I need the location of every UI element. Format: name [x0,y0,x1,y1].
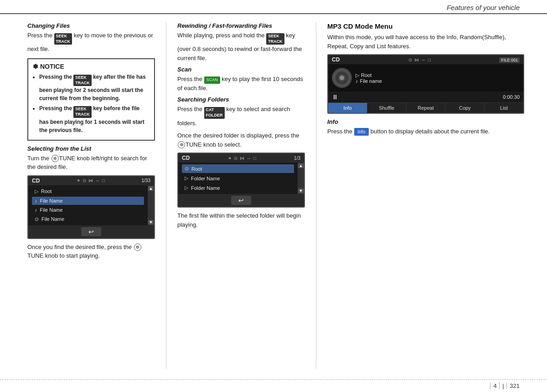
cd-body: ▷ Root ♪ File Name ♪ File Name [28,185,148,225]
cd-screen-folders: CD ✶ ⊙ ⋈ ↔ □ 1/3 ⊙ [177,153,305,208]
selecting-from-list-section: Selecting from the List Turn the ◎TUNE k… [27,145,155,260]
seek-track-key-mid: SEEKTRACK [266,33,284,45]
play-icon-root: ⊙ [185,166,189,172]
searching-folders-title: Searching Folders [177,96,305,103]
cd-header-icons: ✶ ⊙ ⋈ ↔ □ [77,178,105,183]
cd-folder-1-label: Folder Name [191,176,220,181]
scroll-up-btn[interactable]: ▲ [148,186,154,191]
play-icon-3: ⊙ [35,216,39,222]
file-count: 1/33 [142,178,150,183]
circle-icon-2: ⊙ [234,156,237,161]
notice-item-1: Pressing the SEEKTRACK key after the fil… [39,73,150,102]
mid-column: Rewinding / Fast-forwarding Files While … [177,22,305,369]
cd-folder-root[interactable]: ⊙ Root [182,164,294,173]
mp3-copy-btn[interactable]: Copy [445,103,485,113]
mp3-menu-body: Within this mode, you will have access t… [327,33,524,51]
info-button-inline[interactable]: Info [354,128,369,136]
mp3-folder-row: ▷ Root [356,72,520,78]
mp3-buttons: Info Shuffle Repeat Copy List [328,102,523,113]
page-footer: 4 | 321 [0,379,547,392]
cd-folder-2-label: Folder Name [191,185,220,191]
scroll-up-btn-2[interactable]: ▲ [298,163,304,168]
cd-back-btn-2[interactable]: ↩ [231,196,251,205]
cd-item-root-label: Root [41,188,52,194]
cd-scrollbar-2[interactable]: ▲ ▼ [298,163,304,194]
cd-back-btn[interactable]: ↩ [81,227,101,236]
cd-screen-2-header: CD ✶ ⊙ ⋈ ↔ □ 1/3 [178,153,304,163]
mp3-repeat-icon: ↔ [421,57,426,62]
circle-icon: ⊙ [83,178,86,183]
mp3-shuffle-btn[interactable]: Shuffle [367,103,407,113]
cd-label-2: CD [182,155,190,161]
mp3-circle-icon: ⊙ [408,57,412,62]
mp3-file-label: File name [360,78,382,84]
mp3-info-btn[interactable]: Info [328,103,367,113]
seek-track-key-3: SEEKTRACK [73,106,92,117]
changing-files-section: Changing Files Press the SEEKTRACK key t… [27,22,155,54]
changing-files-title: Changing Files [27,22,155,29]
bluetooth-icon-2: ✶ [228,156,232,161]
scan-title: Scan [177,66,305,73]
selecting-list-body: Turn the ◎TUNE knob left/right to search… [27,154,155,172]
scroll-down-btn-2[interactable]: ▼ [298,188,304,193]
cd-item-root: ▷ Root [32,187,144,196]
cat-folder-key: CATFOLDER [204,107,225,118]
tune-knob-icon-2: ◎ [134,244,141,251]
mp3-screen-header: CD ⊙ ⋈ ↔ □ FILE 001 [328,55,523,64]
cd-header-icons-2: ✶ ⊙ ⋈ ↔ □ [228,156,256,161]
file-badge: FILE 001 [499,57,520,63]
rewinding-body: While playing, press and hold the SEEKTR… [177,31,305,62]
mp3-playbar: ⏸ 0:00:30 [328,92,523,102]
scroll-down-btn[interactable]: ▼ [148,220,154,224]
bluetooth-icon: ✶ [77,178,80,183]
mp3-playtime: 0:00:30 [503,94,520,100]
notice-title: ✽ NOTICE [33,63,150,70]
rewinding-title: Rewinding / Fast-forwarding Files [177,22,305,29]
mp3-folder-label: Root [361,72,372,78]
cd-item-3[interactable]: ⊙ File Name [32,215,144,224]
cd-item-2[interactable]: ♪ File Name [32,206,144,214]
cd-folder-2[interactable]: ▷ Folder Name [182,183,294,192]
right-column: MP3 CD Mode Menu Within this mode, you w… [327,22,524,369]
notice-list: Pressing the SEEKTRACK key after the fil… [33,73,150,134]
pause-icon[interactable]: ⏸ [332,93,338,101]
scan-body: Press the SCAN key to play the first 10 … [177,75,305,92]
page-header: Features of your vehicle [0,0,547,14]
left-column: Changing Files Press the SEEKTRACK key t… [27,22,155,369]
mp3-screen: CD ⊙ ⋈ ↔ □ FILE 001 [327,54,524,114]
mp3-repeat-btn[interactable]: Repeat [407,103,446,113]
searching-folders-section: Searching Folders Press the CATFOLDER ke… [177,96,305,229]
cd-folder-1[interactable]: ▷ Folder Name [182,174,294,183]
mp3-menu-section: MP3 CD Mode Menu Within this mode, you w… [327,22,524,114]
mp3-filename-row: ♪ File name [356,78,520,84]
mp3-shuffle-icon: ⋈ [414,57,419,62]
mp3-menu-title: MP3 CD Mode Menu [327,22,524,30]
cd-item-1[interactable]: ♪ File Name [32,197,144,205]
info-body: Press the Info button to display details… [327,127,524,136]
left-mid-divider [166,22,166,369]
cd-footer: ↩ [28,225,154,238]
rewinding-section: Rewinding / Fast-forwarding Files While … [177,22,305,62]
info-title: Info [327,118,524,125]
seek-track-key: SEEKTRACK [54,33,72,45]
cd-item-1-label: File Name [40,198,63,204]
notice-box: ✽ NOTICE Pressing the SEEKTRACK key afte… [27,58,155,141]
cd-scrollbar-area-2: ⊙ Root ▷ Folder Name ▷ Folder Name [178,163,304,194]
main-content: Changing Files Press the SEEKTRACK key t… [0,14,547,373]
cd-label: CD [32,178,40,184]
selecting-list-title: Selecting from the List [27,145,155,152]
cd-item-2-label: File Name [40,207,63,213]
page-number: 4 | 321 [489,382,520,389]
mp3-header-icons: ⊙ ⋈ ↔ □ [408,57,431,62]
notice-item-2: Pressing the SEEKTRACK key before the fi… [39,104,150,134]
mp3-cd-label: CD [332,56,340,63]
page-section: 4 [490,382,496,389]
music-icon-2: ♪ [35,207,37,213]
file-number: 001 [511,58,518,62]
info-section: Info Press the Info button to display de… [327,118,524,136]
cd-screen-list: CD ✶ ⊙ ⋈ ↔ □ 1/33 ▷ [27,175,155,239]
folder-icon-1: ▷ [185,175,188,181]
mp3-disc [332,68,352,88]
cd-scrollbar[interactable]: ▲ ▼ [148,185,154,225]
mp3-list-btn[interactable]: List [485,103,523,113]
